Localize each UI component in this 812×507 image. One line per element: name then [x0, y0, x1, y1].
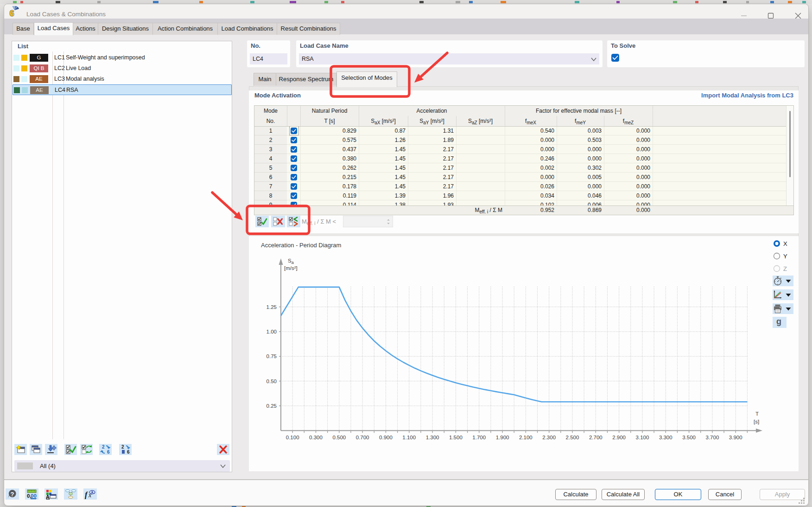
mode-active-checkbox[interactable] [291, 165, 297, 171]
ok-button[interactable]: OK [655, 489, 701, 500]
load-case-row-lc4[interactable]: AELC4RSA [13, 84, 232, 95]
cell-fmez: 0.000 [604, 135, 653, 145]
mode-active-checkbox[interactable] [291, 137, 297, 143]
load-case-row-lc3[interactable]: AELC3Modal analysis [13, 74, 232, 84]
import-modal-analysis-link[interactable]: Import Modal Analysis from LC3 [701, 92, 793, 99]
delete-load-case-button[interactable] [217, 444, 229, 455]
inner-tab-label: Response Spectrum [279, 76, 334, 83]
direction-radio-z[interactable]: Z [773, 265, 801, 272]
tab-label: Result Combinations [281, 25, 336, 32]
copy-load-case-button[interactable] [30, 444, 42, 455]
add-imported-load-case-button[interactable] [45, 444, 57, 455]
invert-selection-button[interactable] [80, 444, 93, 455]
tab-action-combinations[interactable]: Action Combinations [153, 23, 218, 35]
calculate-button[interactable]: Calculate [555, 489, 596, 500]
cell-fmez: 0.000 [604, 173, 653, 182]
y-tick-label: 0.75 [266, 353, 277, 359]
header-saz: SaZ [m/s²] [456, 116, 505, 126]
tab-label: Actions [76, 25, 95, 32]
criterion-spinner-input[interactable] [343, 216, 393, 227]
tab-base[interactable]: Base [13, 23, 34, 35]
resize-grip[interactable] [799, 498, 805, 504]
filter-color-swatch [17, 462, 33, 469]
x-tick-label: 3.500 [682, 435, 696, 440]
natural-periods-settings-button[interactable] [773, 276, 793, 286]
inner-tab-response-spectrum[interactable]: Response Spectrum [276, 73, 336, 86]
mode-row-9[interactable]: 90.1141.381.930.1020.0060.000 [254, 200, 786, 205]
mode-row-2[interactable]: 20.5751.261.890.0000.5030.000 [254, 135, 786, 145]
load-case-number-input[interactable]: LC4 [250, 53, 287, 64]
direction-radio-y[interactable]: Y [773, 252, 801, 260]
load-case-number-value: LC4 [253, 56, 263, 62]
window-titlebar[interactable]: 6 Load Cases & Combinations [4, 4, 808, 19]
x-tick-label: 0.500 [332, 435, 346, 440]
help-button[interactable]: ? [6, 488, 19, 500]
background-app-pixels [802, 1, 806, 3]
tab-actions[interactable]: Actions [73, 23, 98, 35]
objects-tree-button[interactable] [64, 488, 77, 500]
mode-active-checkbox[interactable] [291, 202, 297, 205]
load-case-row-lc1[interactable]: GLC1Self-Weight and superimposed [13, 52, 232, 63]
select-all-button[interactable] [64, 444, 77, 455]
table-scrollbar-thumb[interactable] [789, 111, 791, 177]
tab-design-situations[interactable]: Design Situations [98, 23, 153, 35]
mode-row-8[interactable]: 80.1191.391.960.0340.0460.000 [254, 191, 786, 200]
mode-row-1[interactable]: 10.8290.871.310.5400.0030.000 [254, 127, 786, 135]
cell-saz [456, 191, 505, 200]
mode-active-checkbox[interactable] [291, 174, 297, 180]
list-filter-dropdown[interactable]: All (4) [14, 460, 230, 472]
mode-row-6[interactable]: 60.2151.452.170.0000.0050.000 [254, 173, 786, 182]
display-properties-button[interactable]: A [44, 488, 58, 500]
new-load-case-button[interactable] [14, 444, 27, 455]
direction-radio-x[interactable]: X [773, 240, 801, 247]
inner-tab-main[interactable]: Main [254, 73, 276, 86]
renumber-button[interactable]: 26 [99, 444, 112, 455]
add-imported-load-case-icon [45, 444, 57, 455]
gravity-units-button[interactable]: g [773, 317, 787, 328]
cancel-button[interactable]: Cancel [708, 489, 742, 500]
mode-active-checkbox[interactable] [291, 183, 297, 190]
units-settings-button[interactable]: 0,00 [25, 488, 38, 500]
caret-down-icon [786, 293, 791, 297]
svg-text:6: 6 [107, 449, 110, 455]
svg-text:f: f [85, 491, 88, 499]
header-sax: SaX [m/s²] [359, 116, 408, 126]
load-case-row-lc2[interactable]: QI BLC2Live Load [13, 63, 232, 74]
mode-active-checkbox[interactable] [291, 193, 297, 199]
mode-row-5[interactable]: 50.2621.452.170.0020.3020.000 [254, 163, 786, 173]
y-axis-arrow [279, 258, 283, 265]
button-label: Cancel [716, 491, 734, 498]
print-button[interactable] [773, 303, 793, 314]
to-solve-checkbox[interactable] [611, 54, 619, 62]
diagram-settings-button[interactable] [773, 289, 793, 300]
svg-text:2: 2 [102, 444, 105, 449]
load-case-name-combobox[interactable]: RSA [299, 53, 599, 64]
x-tick-label: 3.300 [659, 435, 672, 440]
renumber-all-button[interactable]: 26 [119, 444, 132, 455]
tab-load-cases[interactable]: Load Cases [34, 22, 73, 35]
calculate-all-button[interactable]: Calculate All [602, 489, 645, 500]
list-column-divider [52, 51, 53, 439]
spinner-arrows-icon[interactable] [386, 218, 391, 225]
background-app-pixels [788, 1, 792, 3]
activate-all-modes-button[interactable] [255, 216, 269, 227]
mode-row-4[interactable]: 40.3801.452.170.2460.0000.000 [254, 154, 786, 163]
formula-visibility-button[interactable]: fx [83, 488, 97, 500]
deactivate-all-modes-button[interactable] [271, 216, 285, 227]
load-case-color-swatch [21, 55, 27, 61]
background-app-pixels [13, 1, 17, 3]
activate-by-criterion-button[interactable] [287, 216, 300, 227]
mode-row-3[interactable]: 30.4371.452.170.0000.0000.000 [254, 145, 786, 154]
inner-tab-selection-of-modes[interactable]: Selection of Modes [336, 71, 397, 87]
tab-load-combinations[interactable]: Load Combinations [218, 23, 277, 35]
x-tick-label: 3.700 [706, 435, 719, 440]
tab-result-combinations[interactable]: Result Combinations [277, 23, 340, 35]
load-case-name: Self-Weight and superimposed [66, 54, 145, 61]
mode-active-checkbox[interactable] [291, 155, 297, 162]
mode-active-checkbox[interactable] [291, 146, 297, 153]
mode-row-7[interactable]: 70.1781.452.170.0260.0000.000 [254, 182, 786, 191]
svg-text:00: 00 [31, 493, 37, 499]
list-column-divider [63, 51, 64, 439]
svg-text:A: A [46, 494, 50, 500]
header-natural-period: Natural Period [300, 106, 359, 116]
